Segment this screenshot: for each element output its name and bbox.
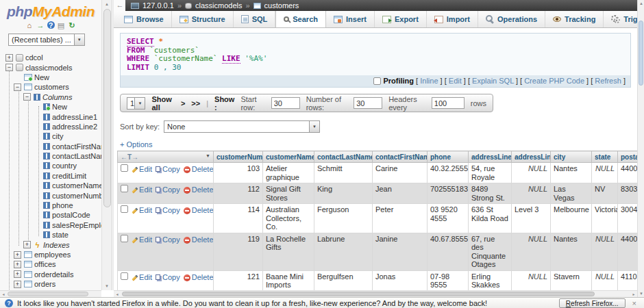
tree-item-city[interactable]: city — [0, 131, 101, 141]
tab-sql[interactable]: SQL — [234, 11, 276, 27]
edit-link[interactable]: Edit — [139, 273, 152, 281]
scrollbar-thumb[interactable] — [122, 292, 595, 296]
row-checkbox[interactable] — [121, 205, 128, 213]
tree-item-state[interactable]: state — [0, 230, 101, 240]
content-horizontal-scrollbar[interactable]: ◂ ▸ — [114, 290, 637, 297]
sidebar-horizontal-scrollbar[interactable]: ◂ — [0, 290, 101, 297]
options-toggle-link[interactable]: + Options — [120, 140, 152, 149]
tab-export[interactable]: Export — [375, 11, 427, 27]
tab-import[interactable]: Import — [427, 11, 478, 27]
tree-item-customers[interactable]: −customers — [0, 82, 101, 92]
expand-icon[interactable]: + — [14, 281, 21, 288]
sort-by-key-select[interactable]: None▼ — [164, 120, 320, 133]
delete-link[interactable]: Delete — [192, 235, 214, 244]
scrollbar-thumb[interactable] — [103, 9, 111, 207]
profiling-checkbox[interactable] — [373, 77, 381, 85]
col-header-phone[interactable]: phone — [428, 151, 469, 163]
tree-item-new-table[interactable]: New — [0, 73, 101, 82]
tab-operations[interactable]: Operations — [478, 11, 545, 27]
refresh-firefox-button[interactable]: Refresh Firefox... — [559, 298, 626, 308]
tree-item-contactfirstname[interactable]: contactFirstName — [0, 142, 101, 151]
tab-insert[interactable]: Insert — [326, 11, 375, 27]
tree-item-employees[interactable]: +employees — [0, 250, 101, 259]
phpmyadmin-logo[interactable]: phpMyAdmin — [0, 0, 101, 20]
tab-browse[interactable]: Browse — [116, 11, 172, 27]
start-row-input[interactable] — [271, 97, 300, 109]
help-icon[interactable]: ? — [47, 21, 55, 29]
next-page-button[interactable]: > — [181, 99, 185, 107]
scroll-up-icon[interactable]: ▲ — [638, 0, 644, 7]
delete-link[interactable]: Delete — [192, 165, 214, 173]
collapse-icon[interactable]: − — [23, 93, 31, 101]
tree-item-phone[interactable]: phone — [0, 201, 101, 210]
sidebar-vertical-scrollbar[interactable]: ▲ ▼ — [101, 0, 112, 290]
delete-link[interactable]: Delete — [192, 273, 214, 281]
copy-link[interactable]: Copy — [162, 165, 180, 173]
tree-item-customername[interactable]: customerName — [0, 181, 101, 190]
expand-icon[interactable]: + — [5, 54, 13, 62]
delete-link[interactable]: Delete — [192, 185, 214, 194]
tree-item-classicmodels[interactable]: −classicmodels — [0, 62, 101, 72]
content-vertical-scrollbar[interactable]: ▲ ▼ — [637, 0, 644, 297]
edit-link[interactable]: Edit — [139, 185, 152, 194]
copy-link[interactable]: Copy — [162, 273, 180, 281]
col-header-contactlastname[interactable]: contactLastName — [314, 151, 373, 163]
tree-item-contactlastname[interactable]: contactLastName — [0, 151, 101, 161]
tree-item-customernumber[interactable]: customerNumber — [0, 190, 101, 200]
copy-link[interactable]: Copy — [162, 235, 180, 244]
tree-item-addressline2[interactable]: addressLine2 — [0, 122, 101, 131]
col-header-postalcode[interactable]: postalCode — [618, 151, 638, 163]
tree-item-columns[interactable]: −Columns — [0, 92, 101, 102]
copy-link[interactable]: Copy — [162, 206, 180, 214]
collapse-icon[interactable]: − — [5, 64, 13, 71]
expand-icon[interactable]: + — [14, 261, 21, 268]
tree-item-orders[interactable]: +orders — [0, 279, 101, 289]
chevron-down-icon[interactable]: ▼ — [206, 153, 210, 158]
col-header-contactfirstname[interactable]: contactFirstName — [373, 151, 428, 163]
copy-link[interactable]: Copy — [162, 185, 180, 194]
home-icon[interactable]: ⌂ — [25, 21, 34, 29]
col-header-city[interactable]: city — [551, 151, 592, 163]
expand-icon[interactable]: + — [14, 251, 21, 259]
tab-search[interactable]: Search — [275, 11, 326, 27]
refresh-query-link[interactable]: Refresh — [595, 77, 621, 85]
tree-item-addressline1[interactable]: addressLine1 — [0, 112, 101, 121]
close-icon[interactable]: × — [632, 299, 636, 307]
tab-triggers[interactable]: Triggers — [604, 11, 637, 27]
tab-tracking[interactable]: Tracking — [545, 11, 604, 27]
scroll-down-icon[interactable]: ▼ — [638, 290, 644, 297]
breadcrumb-server[interactable]: 127.0.0.1 — [143, 0, 174, 11]
last-page-button[interactable]: >> — [191, 99, 200, 107]
tree-item-orderdetails[interactable]: +orderdetails — [0, 270, 101, 279]
scrollbar-thumb[interactable] — [639, 21, 643, 86]
tree-item-country[interactable]: country — [0, 161, 101, 170]
breadcrumb-database[interactable]: classicmodels — [195, 0, 242, 11]
edit-link[interactable]: Edit — [139, 235, 152, 244]
edit-link[interactable]: Edit — [139, 165, 152, 173]
breadcrumb-table[interactable]: customers — [264, 0, 299, 11]
scroll-up-icon[interactable]: ▲ — [102, 0, 112, 8]
inline-link[interactable]: Inline — [420, 77, 438, 85]
col-header-state[interactable]: state — [592, 151, 618, 163]
tree-item-cdcol[interactable]: +cdcol — [0, 53, 101, 62]
row-checkbox[interactable] — [121, 272, 128, 280]
delete-link[interactable]: Delete — [192, 206, 214, 214]
col-header-addressline2[interactable]: addressLine2 — [512, 151, 551, 163]
create-php-code-link[interactable]: Create PHP Code — [524, 77, 584, 85]
col-header-customernumber[interactable]: customerNumber — [214, 151, 263, 163]
col-header-customername[interactable]: customerName — [263, 151, 314, 163]
back-arrow-icon[interactable]: ← — [115, 0, 125, 11]
tree-item-indexes[interactable]: +ϟIndexes — [0, 240, 101, 249]
reload-navigation-icon[interactable]: ↻ — [68, 21, 77, 29]
show-all-button[interactable]: Show all — [151, 95, 174, 112]
headers-every-input[interactable] — [432, 97, 465, 109]
row-checkbox[interactable] — [121, 164, 128, 172]
recent-tables-select[interactable]: (Recent tables) ... ▼ — [8, 34, 85, 46]
tree-item-postalcode[interactable]: postalCode — [0, 210, 101, 220]
edit-query-link[interactable]: Edit — [449, 77, 462, 85]
edit-link[interactable]: Edit — [139, 206, 152, 214]
tree-item-new-column[interactable]: New — [0, 102, 101, 112]
expand-icon[interactable]: + — [14, 270, 21, 278]
scrollbar-thumb[interactable] — [8, 292, 88, 296]
docs-icon[interactable]: ▤ — [57, 21, 66, 29]
